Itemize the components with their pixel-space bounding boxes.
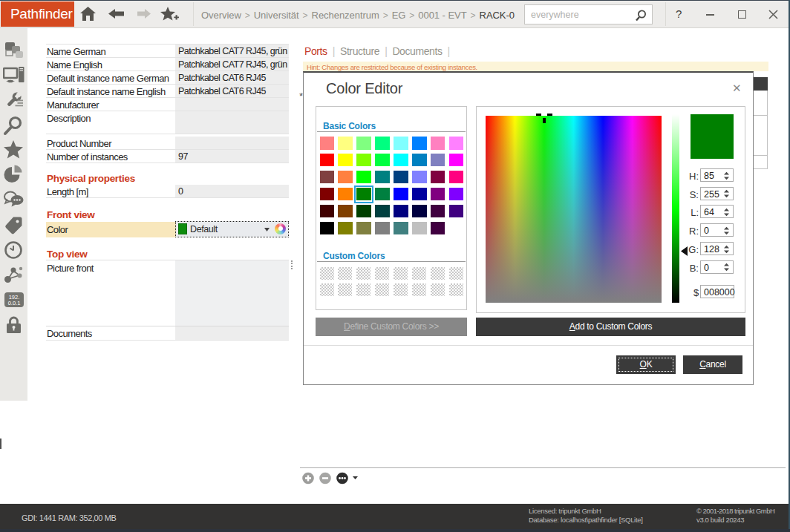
svg-text:0.0.1: 0.0.1 xyxy=(8,300,21,306)
